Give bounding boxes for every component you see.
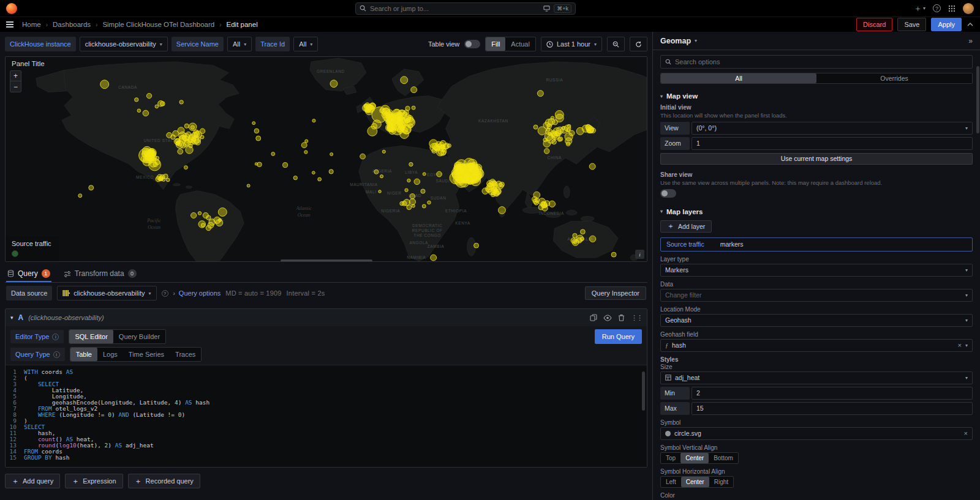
- options-search[interactable]: [660, 55, 973, 69]
- zoom-input[interactable]: [692, 137, 973, 150]
- search-bar[interactable]: ⌘+k: [355, 2, 576, 15]
- chevron-down-icon: ▾: [310, 42, 312, 47]
- svg-text:ZAMBIA: ZAMBIA: [428, 244, 445, 248]
- map-legend: Source traffic: [6, 237, 59, 261]
- editor-type-group: SQL Editor Query Builder: [69, 329, 166, 344]
- tab-query[interactable]: Query 1: [6, 269, 51, 282]
- breadcrumb-dashboard-name[interactable]: Simple ClickHouse OTel Dashboard: [102, 21, 214, 28]
- save-button[interactable]: Save: [897, 18, 926, 31]
- panel-resize-handle[interactable]: [281, 259, 372, 262]
- query-inspector-button[interactable]: Query Inspector: [585, 286, 646, 300]
- panel-size-group: Fill Actual: [485, 37, 536, 51]
- sql-editor-option[interactable]: SQL Editor: [69, 330, 113, 343]
- valign-bottom-option[interactable]: Bottom: [709, 453, 738, 463]
- share-view-toggle[interactable]: [660, 189, 676, 198]
- panel-title[interactable]: Panel Title: [12, 60, 45, 67]
- layer-row-source-traffic[interactable]: Source traffic markers: [660, 237, 973, 252]
- clear-icon[interactable]: ×: [964, 430, 968, 437]
- sidebar-scrollbar[interactable]: [976, 66, 979, 133]
- query-options-toggle[interactable]: ›Query options: [173, 289, 221, 297]
- chevron-up-icon[interactable]: [967, 21, 974, 28]
- legend-symbol: [12, 250, 18, 257]
- drag-handle-icon[interactable]: ⋮⋮: [631, 314, 642, 322]
- layer-name[interactable]: Source traffic: [666, 241, 704, 248]
- hide-query-icon[interactable]: [603, 315, 612, 321]
- location-mode-select[interactable]: Geohash▾: [660, 314, 973, 327]
- duplicate-query-icon[interactable]: [590, 314, 597, 321]
- min-input[interactable]: [692, 387, 973, 400]
- refresh-button[interactable]: [630, 37, 647, 51]
- query-type-table[interactable]: Table: [70, 348, 97, 361]
- collapse-query-icon[interactable]: ▾: [10, 315, 13, 321]
- query-card-header[interactable]: ▾ A (clickhouse-observability) ⋮⋮: [6, 309, 647, 326]
- query-type-traces[interactable]: Traces: [170, 348, 201, 361]
- viz-picker-header[interactable]: Geomap ▾ »: [653, 32, 980, 50]
- layer-type-select[interactable]: Markers▾: [660, 264, 973, 277]
- grafana-logo[interactable]: [6, 3, 17, 14]
- run-query-button[interactable]: Run Query: [595, 329, 642, 344]
- data-select[interactable]: Change filter▾: [660, 289, 973, 302]
- map-zoom-in-button[interactable]: +: [10, 71, 21, 81]
- section-map-layers[interactable]: ▾Map layers: [660, 208, 973, 215]
- datasource-select[interactable]: clickhouse-observability ▾: [57, 286, 156, 300]
- query-builder-option[interactable]: Query Builder: [113, 330, 165, 343]
- filter-value-trace-id[interactable]: All▾: [293, 37, 318, 51]
- add-expression-button[interactable]: ＋Expression: [65, 474, 123, 488]
- size-actual-option[interactable]: Actual: [505, 37, 535, 51]
- add-layer-button[interactable]: ＋Add layer: [660, 220, 712, 233]
- max-input[interactable]: [692, 402, 973, 415]
- tab-transform-data[interactable]: Transform data 0: [62, 269, 138, 282]
- query-footer: ＋Add query ＋Expression ＋Recorded query: [5, 474, 647, 488]
- avatar[interactable]: [963, 3, 974, 14]
- world-map[interactable]: RUSSIACANADAGREENLANDUNITED STATESMEXICO…: [6, 57, 647, 261]
- sql-code-editor[interactable]: 1WITH coords AS2(3 SELECT4 Latitude,5 Lo…: [6, 365, 647, 467]
- size-field-select[interactable]: adj_heat▾: [660, 371, 973, 384]
- view-select[interactable]: (0°, 0°)▾: [692, 122, 973, 135]
- map-attribution-icon[interactable]: i: [635, 250, 644, 259]
- breadcrumb-separator: ›: [96, 21, 97, 28]
- geohash-field-select[interactable]: ƒhash×▾: [660, 339, 973, 352]
- use-current-map-settings-button[interactable]: Use current map settings: [660, 153, 973, 165]
- grid-icon[interactable]: [948, 5, 956, 12]
- geomap-panel[interactable]: Panel Title: [5, 56, 647, 262]
- filter-value-clickhouse-instance[interactable]: clickhouse-observability▾: [80, 37, 168, 51]
- query-type-time-series[interactable]: Time Series: [123, 348, 170, 361]
- delete-query-icon[interactable]: [618, 314, 625, 321]
- search-input[interactable]: [370, 5, 540, 12]
- section-map-view[interactable]: ▾Map view: [660, 92, 973, 100]
- help-icon[interactable]: ?: [933, 4, 941, 12]
- editor-scrollbar[interactable]: [642, 371, 645, 411]
- add-query-button[interactable]: ＋Add query: [5, 474, 60, 488]
- breadcrumb-separator: ›: [46, 21, 48, 28]
- table-view-toggle[interactable]: [464, 40, 480, 48]
- filter-label-clickhouse-instance: ClickHouse instance: [5, 37, 76, 51]
- query-editor-card: ▾ A (clickhouse-observability) ⋮⋮ Editor…: [5, 308, 647, 468]
- map-zoom-out-button[interactable]: −: [10, 81, 21, 92]
- options-tab-all[interactable]: All: [661, 73, 816, 83]
- halign-right-option[interactable]: Right: [709, 477, 733, 487]
- time-range-picker[interactable]: Last 1 hour ▾: [541, 37, 602, 51]
- query-type-logs[interactable]: Logs: [97, 348, 123, 361]
- zoom-out-button[interactable]: [607, 37, 625, 51]
- filter-value-service-name[interactable]: All▾: [227, 37, 252, 51]
- valign-top-option[interactable]: Top: [661, 453, 680, 463]
- menu-icon[interactable]: [6, 21, 13, 28]
- add-new-button[interactable]: ＋▾: [914, 3, 925, 14]
- size-fill-option[interactable]: Fill: [486, 37, 505, 51]
- halign-center-option[interactable]: Center: [681, 477, 709, 487]
- breadcrumb-home[interactable]: Home: [22, 21, 41, 28]
- add-recorded-query-button[interactable]: ＋Recorded query: [128, 474, 200, 488]
- halign-left-option[interactable]: Left: [661, 477, 681, 487]
- datasource-help-icon[interactable]: ?: [162, 290, 168, 297]
- breadcrumb-dashboards[interactable]: Dashboards: [53, 21, 91, 28]
- options-tab-overrides[interactable]: Overrides: [816, 73, 972, 83]
- discard-button[interactable]: Discard: [856, 18, 892, 31]
- svg-text:NIGERIA: NIGERIA: [381, 209, 400, 213]
- options-search-input[interactable]: [675, 58, 968, 65]
- symbol-select[interactable]: circle.svg×: [660, 427, 973, 440]
- clear-icon[interactable]: ×: [958, 341, 962, 349]
- valign-center-option[interactable]: Center: [680, 453, 709, 463]
- collapse-pane-icon[interactable]: »: [968, 37, 973, 45]
- apply-button[interactable]: Apply: [931, 18, 962, 31]
- query-ref-id: A: [18, 313, 24, 322]
